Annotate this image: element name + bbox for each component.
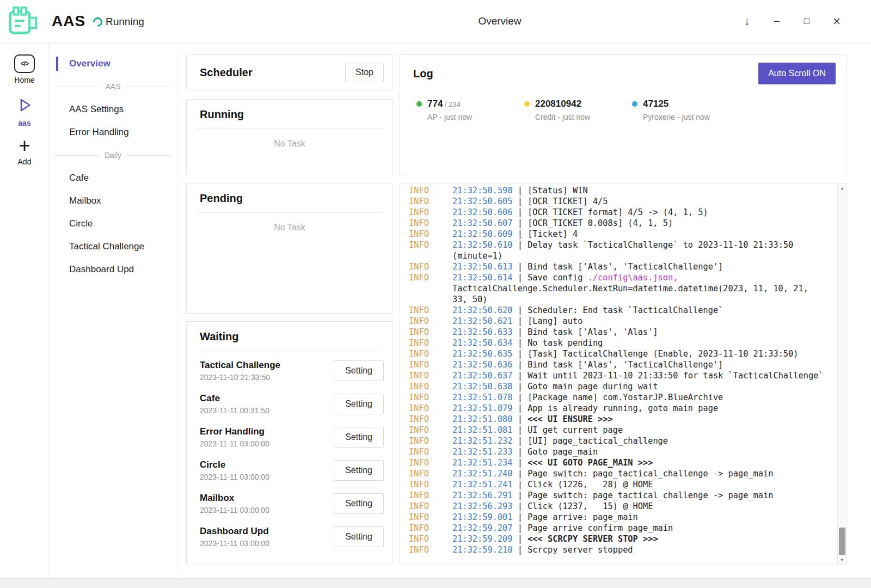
stat-value: 47125 bbox=[643, 99, 710, 109]
sidebar-section-aas: AAS bbox=[49, 75, 177, 98]
stat-pyroxene-just-now: 47125Pyroxene - just now bbox=[632, 99, 740, 121]
scrollbar-thumb[interactable] bbox=[839, 528, 845, 555]
log-line: INFO21:32:50.607 | [OCR_TICKET 0.008s] (… bbox=[409, 218, 826, 229]
running-title: Running bbox=[200, 108, 379, 121]
scroll-up-icon[interactable]: ▲ bbox=[838, 183, 847, 193]
stat-dot-icon bbox=[416, 101, 422, 107]
log-line: INFO21:32:50.637 | Wait until 2023-11-10… bbox=[409, 370, 826, 381]
pending-empty-label: No Task bbox=[187, 213, 392, 232]
stat-dot-icon bbox=[632, 101, 637, 107]
pending-card: Pending No Task bbox=[186, 183, 393, 314]
setting-button[interactable]: Setting bbox=[334, 394, 384, 414]
waiting-task-name: Mailbox bbox=[200, 493, 269, 504]
waiting-task-row-dashboard-upd: Dashboard Upd2023-11-11 03:00:00Setting bbox=[187, 520, 392, 553]
stat-value: 220810942 bbox=[535, 99, 590, 109]
nav-item-aas[interactable]: aas bbox=[0, 96, 49, 127]
log-line: INFO21:32:50.614 | Save config ./config\… bbox=[409, 272, 826, 305]
sidebar-item-dashboard-upd[interactable]: Dashboard Upd bbox=[49, 258, 177, 281]
log-line: INFO21:32:51.232 | [UI] page_tactical_ch… bbox=[409, 436, 826, 446]
auto-scroll-button[interactable]: Auto Scroll ON bbox=[758, 63, 836, 84]
setting-button[interactable]: Setting bbox=[334, 460, 384, 481]
sidebar-section-daily: Daily bbox=[49, 144, 177, 167]
stat-value: 774 / 234 bbox=[427, 99, 472, 109]
waiting-task-name: Error Handling bbox=[200, 426, 269, 437]
setting-button[interactable]: Setting bbox=[334, 526, 384, 547]
sidebar-item-cafe[interactable]: Cafe bbox=[49, 167, 177, 189]
download-update-icon[interactable]: ↓ bbox=[734, 9, 759, 34]
sidebar-item-aas-settings[interactable]: AAS Settings bbox=[49, 98, 177, 121]
log-line: INFO21:32:51.240 | Page switch: page_tac… bbox=[409, 468, 826, 479]
setting-button[interactable]: Setting bbox=[334, 427, 384, 448]
setting-button[interactable]: Setting bbox=[334, 360, 384, 381]
sidebar-item-mailbox[interactable]: Mailbox bbox=[49, 189, 177, 212]
nav-item-home[interactable]: </> Home bbox=[0, 54, 49, 84]
maximize-icon[interactable]: □ bbox=[794, 9, 819, 34]
waiting-task-row-tactical-challenge: Tactical Challenge2023-11-10 21:33:50Set… bbox=[187, 354, 392, 387]
play-icon bbox=[16, 96, 33, 116]
waiting-task-name: Dashboard Upd bbox=[200, 526, 269, 537]
running-status-label: Running bbox=[106, 16, 144, 28]
stat-ap-just-now: 774 / 234AP - just now bbox=[416, 99, 524, 121]
nav-home-label: Home bbox=[14, 76, 34, 84]
log-title: Log bbox=[413, 68, 433, 80]
log-line: INFO21:32:50.613 | Bind task ['Alas', 'T… bbox=[409, 261, 826, 272]
waiting-task-time: 2023-11-11 03:00:00 bbox=[200, 439, 269, 448]
running-card: Running No Task bbox=[186, 99, 393, 175]
log-line: INFO21:32:51.234 | <<< UI GOTO PAGE_MAIN… bbox=[409, 457, 826, 468]
log-line: INFO21:32:59.209 | <<< SCRCPY SERVER STO… bbox=[409, 534, 826, 544]
running-spinner-icon bbox=[91, 15, 104, 28]
page-title: Overview bbox=[478, 15, 521, 27]
app-name: AAS bbox=[52, 13, 85, 30]
log-line: INFO21:32:50.620 | Scheduler: End task `… bbox=[409, 305, 826, 316]
waiting-card: Waiting Tactical Challenge2023-11-10 21:… bbox=[186, 321, 393, 565]
setting-button[interactable]: Setting bbox=[334, 493, 384, 514]
log-line: INFO21:32:50.609 | [Ticket] 4 bbox=[409, 229, 826, 240]
log-line: INFO21:32:50.610 | Delay task `TacticalC… bbox=[409, 240, 826, 261]
nav-aas-label: aas bbox=[18, 119, 30, 127]
pending-title: Pending bbox=[200, 192, 379, 205]
log-card: Log Auto Scroll ON 774 / 234AP - just no… bbox=[400, 54, 847, 175]
sidebar-menu: OverviewAASAAS SettingsError HandlingDai… bbox=[49, 44, 177, 578]
code-home-icon: </> bbox=[14, 54, 35, 73]
log-line: INFO21:32:50.598 | [Status] WIN bbox=[409, 185, 826, 196]
log-line: INFO21:32:59.210 | Scrcpy server stopped bbox=[409, 544, 826, 555]
stat-label: Credit - just now bbox=[535, 113, 590, 121]
log-lines: INFO21:32:50.598 | [Status] WININFO21:32… bbox=[409, 185, 826, 555]
waiting-task-name: Circle bbox=[200, 460, 269, 470]
sidebar-item-circle[interactable]: Circle bbox=[49, 212, 177, 235]
log-scrollbar[interactable]: ▲ ▼ bbox=[837, 183, 847, 565]
log-line: INFO21:32:51.081 | UI get current page bbox=[409, 425, 826, 436]
scroll-down-icon[interactable]: ▼ bbox=[838, 555, 847, 565]
scheduler-title: Scheduler bbox=[200, 66, 253, 79]
waiting-task-name: Tactical Challenge bbox=[200, 360, 280, 371]
log-line: INFO21:32:51.079 | App is already runnin… bbox=[409, 403, 826, 414]
waiting-task-row-mailbox: Mailbox2023-11-11 03:00:00Setting bbox=[187, 487, 392, 520]
waiting-task-row-cafe: Cafe2023-11-11 00:31:50Setting bbox=[187, 387, 392, 420]
log-line: INFO21:32:50.606 | [OCR_TICKET format] 4… bbox=[409, 207, 826, 218]
nav-item-add[interactable]: + Add bbox=[0, 137, 49, 166]
sidebar-item-tactical-challenge[interactable]: Tactical Challenge bbox=[49, 235, 177, 258]
waiting-task-time: 2023-11-10 21:33:50 bbox=[200, 373, 280, 382]
plus-icon: + bbox=[19, 137, 30, 155]
waiting-task-name: Cafe bbox=[200, 393, 269, 404]
log-line: INFO21:32:50.636 | Bind task ['Alas', 'T… bbox=[409, 359, 826, 370]
log-line: INFO21:32:50.621 | [Lang] auto bbox=[409, 316, 826, 327]
stop-button[interactable]: Stop bbox=[345, 63, 384, 82]
log-line: INFO21:32:51.241 | Click (1226, 28) @ HO… bbox=[409, 479, 826, 490]
minimize-icon[interactable]: − bbox=[764, 9, 789, 34]
stat-dot-icon bbox=[524, 101, 530, 107]
stat-label: Pyroxene - just now bbox=[643, 113, 710, 121]
log-line: INFO21:32:50.633 | Bind task ['Alas', 'A… bbox=[409, 327, 826, 338]
log-line: INFO21:32:51.080 | <<< UI ENSURE >>> bbox=[409, 414, 826, 425]
sidebar-item-error-handling[interactable]: Error Handling bbox=[49, 121, 177, 144]
sidebar-item-overview[interactable]: Overview bbox=[49, 52, 177, 75]
log-output[interactable]: INFO21:32:50.598 | [Status] WININFO21:32… bbox=[400, 183, 847, 565]
log-line: INFO21:32:50.605 | [OCR_TICKET] 4/5 bbox=[409, 196, 826, 207]
close-icon[interactable]: × bbox=[824, 9, 849, 34]
horizontal-scrollbar[interactable] bbox=[0, 578, 871, 588]
log-line: INFO21:32:50.634 | No task pending bbox=[409, 338, 826, 348]
log-line: INFO21:32:56.293 | Click (1237, 15) @ HO… bbox=[409, 501, 826, 512]
stat-credit-just-now: 220810942Credit - just now bbox=[524, 99, 632, 121]
titlebar: AAS Running Overview ↓ − □ × bbox=[0, 0, 871, 44]
log-line: INFO21:32:59.001 | Page arrive: page_mai… bbox=[409, 512, 826, 523]
